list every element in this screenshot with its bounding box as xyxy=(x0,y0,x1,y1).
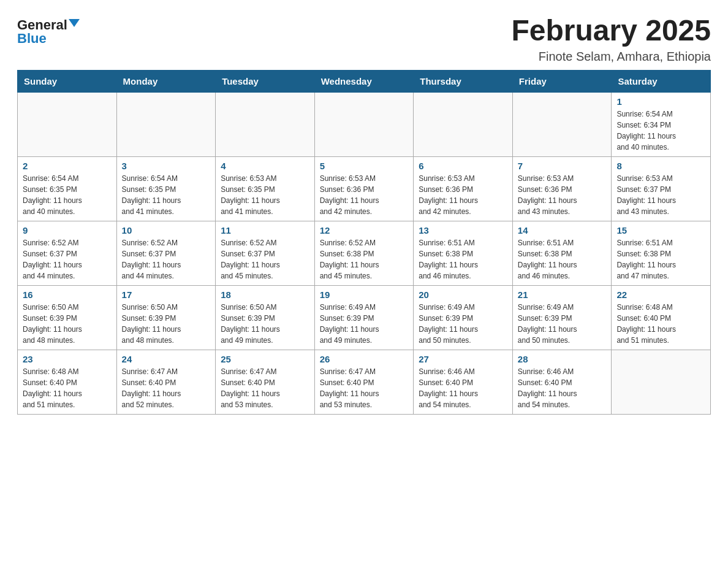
day-info: Sunrise: 6:49 AM Sunset: 6:39 PM Dayligh… xyxy=(518,302,607,346)
calendar-cell: 3Sunrise: 6:54 AM Sunset: 6:35 PM Daylig… xyxy=(116,156,216,221)
day-info: Sunrise: 6:47 AM Sunset: 6:40 PM Dayligh… xyxy=(221,366,309,410)
calendar-cell: 26Sunrise: 6:47 AM Sunset: 6:40 PM Dayli… xyxy=(314,350,414,414)
day-number: 23 xyxy=(23,354,112,364)
calendar-cell: 20Sunrise: 6:49 AM Sunset: 6:39 PM Dayli… xyxy=(414,285,513,350)
calendar-week-row: 1Sunrise: 6:54 AM Sunset: 6:34 PM Daylig… xyxy=(18,92,711,156)
day-number: 17 xyxy=(122,289,211,300)
day-info: Sunrise: 6:46 AM Sunset: 6:40 PM Dayligh… xyxy=(419,366,507,410)
day-number: 12 xyxy=(320,225,409,236)
calendar-cell xyxy=(612,350,711,414)
day-number: 7 xyxy=(518,161,607,171)
calendar-cell: 8Sunrise: 6:53 AM Sunset: 6:37 PM Daylig… xyxy=(612,156,711,221)
calendar-week-row: 16Sunrise: 6:50 AM Sunset: 6:39 PM Dayli… xyxy=(18,285,711,350)
calendar-cell: 23Sunrise: 6:48 AM Sunset: 6:40 PM Dayli… xyxy=(18,350,117,414)
day-info: Sunrise: 6:52 AM Sunset: 6:38 PM Dayligh… xyxy=(320,237,409,282)
calendar-cell: 18Sunrise: 6:50 AM Sunset: 6:39 PM Dayli… xyxy=(216,285,315,350)
day-info: Sunrise: 6:48 AM Sunset: 6:40 PM Dayligh… xyxy=(616,302,705,346)
day-info: Sunrise: 6:46 AM Sunset: 6:40 PM Dayligh… xyxy=(518,366,607,410)
logo-blue-text: Blue xyxy=(17,31,47,47)
day-info: Sunrise: 6:50 AM Sunset: 6:39 PM Dayligh… xyxy=(122,302,211,346)
calendar-cell: 25Sunrise: 6:47 AM Sunset: 6:40 PM Dayli… xyxy=(216,350,315,414)
day-number: 25 xyxy=(221,354,309,364)
calendar-cell: 1Sunrise: 6:54 AM Sunset: 6:34 PM Daylig… xyxy=(612,92,711,156)
col-thursday: Thursday xyxy=(414,70,513,92)
day-number: 10 xyxy=(122,225,211,236)
calendar-week-row: 9Sunrise: 6:52 AM Sunset: 6:37 PM Daylig… xyxy=(18,221,711,285)
day-info: Sunrise: 6:51 AM Sunset: 6:38 PM Dayligh… xyxy=(419,237,507,282)
title-block: February 2025 Finote Selam, Amhara, Ethi… xyxy=(511,15,711,64)
calendar-table: Sunday Monday Tuesday Wednesday Thursday… xyxy=(17,70,711,415)
calendar-cell: 17Sunrise: 6:50 AM Sunset: 6:39 PM Dayli… xyxy=(116,285,216,350)
day-info: Sunrise: 6:53 AM Sunset: 6:36 PM Dayligh… xyxy=(419,173,507,217)
day-number: 13 xyxy=(419,225,507,236)
day-number: 15 xyxy=(616,225,705,236)
calendar-cell xyxy=(216,92,315,156)
calendar-cell: 15Sunrise: 6:51 AM Sunset: 6:38 PM Dayli… xyxy=(612,221,711,285)
col-wednesday: Wednesday xyxy=(314,70,414,92)
day-info: Sunrise: 6:50 AM Sunset: 6:39 PM Dayligh… xyxy=(221,302,309,346)
day-number: 5 xyxy=(320,161,409,171)
calendar-cell: 14Sunrise: 6:51 AM Sunset: 6:38 PM Dayli… xyxy=(512,221,612,285)
col-monday: Monday xyxy=(116,70,216,92)
calendar-cell xyxy=(18,92,117,156)
day-number: 27 xyxy=(419,354,507,364)
day-info: Sunrise: 6:53 AM Sunset: 6:36 PM Dayligh… xyxy=(518,173,607,217)
day-number: 24 xyxy=(122,354,211,364)
day-info: Sunrise: 6:51 AM Sunset: 6:38 PM Dayligh… xyxy=(616,237,705,282)
calendar-cell xyxy=(512,92,612,156)
day-info: Sunrise: 6:54 AM Sunset: 6:34 PM Dayligh… xyxy=(616,109,705,153)
col-saturday: Saturday xyxy=(612,70,711,92)
calendar-cell: 21Sunrise: 6:49 AM Sunset: 6:39 PM Dayli… xyxy=(512,285,612,350)
day-number: 26 xyxy=(320,354,409,364)
calendar-cell xyxy=(116,92,216,156)
day-info: Sunrise: 6:54 AM Sunset: 6:35 PM Dayligh… xyxy=(122,173,211,217)
day-info: Sunrise: 6:52 AM Sunset: 6:37 PM Dayligh… xyxy=(122,237,211,282)
calendar-title: February 2025 xyxy=(511,15,711,47)
calendar-cell: 12Sunrise: 6:52 AM Sunset: 6:38 PM Dayli… xyxy=(314,221,414,285)
day-number: 6 xyxy=(419,161,507,171)
day-number: 18 xyxy=(221,289,309,300)
calendar-cell: 19Sunrise: 6:49 AM Sunset: 6:39 PM Dayli… xyxy=(314,285,414,350)
day-info: Sunrise: 6:52 AM Sunset: 6:37 PM Dayligh… xyxy=(221,237,309,282)
day-info: Sunrise: 6:48 AM Sunset: 6:40 PM Dayligh… xyxy=(23,366,112,410)
calendar-cell: 9Sunrise: 6:52 AM Sunset: 6:37 PM Daylig… xyxy=(18,221,117,285)
calendar-cell: 24Sunrise: 6:47 AM Sunset: 6:40 PM Dayli… xyxy=(116,350,216,414)
calendar-cell: 22Sunrise: 6:48 AM Sunset: 6:40 PM Dayli… xyxy=(612,285,711,350)
calendar-cell: 16Sunrise: 6:50 AM Sunset: 6:39 PM Dayli… xyxy=(18,285,117,350)
calendar-cell: 2Sunrise: 6:54 AM Sunset: 6:35 PM Daylig… xyxy=(18,156,117,221)
day-info: Sunrise: 6:53 AM Sunset: 6:35 PM Dayligh… xyxy=(221,173,309,217)
calendar-cell: 10Sunrise: 6:52 AM Sunset: 6:37 PM Dayli… xyxy=(116,221,216,285)
day-info: Sunrise: 6:47 AM Sunset: 6:40 PM Dayligh… xyxy=(122,366,211,410)
day-number: 4 xyxy=(221,161,309,171)
day-number: 14 xyxy=(518,225,607,236)
day-info: Sunrise: 6:53 AM Sunset: 6:36 PM Dayligh… xyxy=(320,173,409,217)
calendar-cell: 7Sunrise: 6:53 AM Sunset: 6:36 PM Daylig… xyxy=(512,156,612,221)
day-number: 11 xyxy=(221,225,309,236)
logo: General Blue xyxy=(17,17,80,47)
col-tuesday: Tuesday xyxy=(216,70,315,92)
calendar-cell xyxy=(414,92,513,156)
col-friday: Friday xyxy=(512,70,612,92)
day-number: 16 xyxy=(23,289,112,300)
day-number: 20 xyxy=(419,289,507,300)
day-info: Sunrise: 6:49 AM Sunset: 6:39 PM Dayligh… xyxy=(419,302,507,346)
calendar-cell xyxy=(314,92,414,156)
calendar-cell: 4Sunrise: 6:53 AM Sunset: 6:35 PM Daylig… xyxy=(216,156,315,221)
day-number: 9 xyxy=(23,225,112,236)
calendar-week-row: 23Sunrise: 6:48 AM Sunset: 6:40 PM Dayli… xyxy=(18,350,711,414)
calendar-cell: 6Sunrise: 6:53 AM Sunset: 6:36 PM Daylig… xyxy=(414,156,513,221)
day-info: Sunrise: 6:53 AM Sunset: 6:37 PM Dayligh… xyxy=(616,173,705,217)
day-number: 8 xyxy=(616,161,705,171)
day-info: Sunrise: 6:52 AM Sunset: 6:37 PM Dayligh… xyxy=(23,237,112,282)
day-info: Sunrise: 6:50 AM Sunset: 6:39 PM Dayligh… xyxy=(23,302,112,346)
day-info: Sunrise: 6:51 AM Sunset: 6:38 PM Dayligh… xyxy=(518,237,607,282)
calendar-cell: 27Sunrise: 6:46 AM Sunset: 6:40 PM Dayli… xyxy=(414,350,513,414)
calendar-cell: 5Sunrise: 6:53 AM Sunset: 6:36 PM Daylig… xyxy=(314,156,414,221)
day-number: 19 xyxy=(320,289,409,300)
day-number: 22 xyxy=(616,289,705,300)
day-info: Sunrise: 6:49 AM Sunset: 6:39 PM Dayligh… xyxy=(320,302,409,346)
day-info: Sunrise: 6:54 AM Sunset: 6:35 PM Dayligh… xyxy=(23,173,112,217)
calendar-subtitle: Finote Selam, Amhara, Ethiopia xyxy=(511,50,711,64)
day-number: 2 xyxy=(23,161,112,171)
header: General Blue February 2025 Finote Selam,… xyxy=(17,15,711,64)
